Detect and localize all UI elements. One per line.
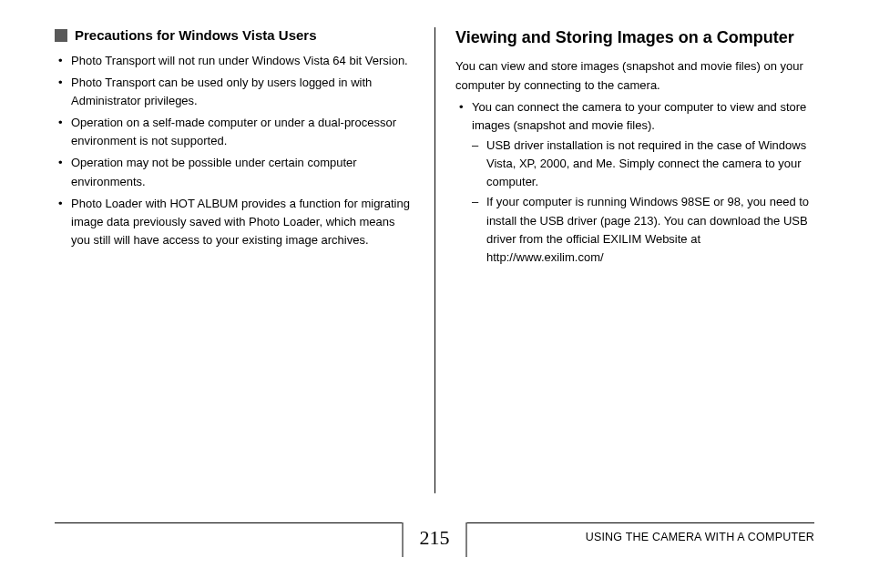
- list-item: Photo Transport can be used only by user…: [55, 74, 414, 110]
- square-bullet-icon: [55, 29, 67, 42]
- list-item: Operation may not be possible under cert…: [55, 154, 414, 190]
- subheading-row: Precautions for Windows Vista Users: [55, 27, 414, 45]
- right-bullet-list: You can connect the camera to your compu…: [455, 98, 814, 267]
- list-item: If your computer is running Windows 98SE…: [472, 193, 814, 267]
- two-column-layout: Precautions for Windows Vista Users Phot…: [0, 0, 869, 493]
- list-item: Photo Loader with HOT ALBUM provides a f…: [55, 195, 414, 249]
- right-column: Viewing and Storing Images on a Computer…: [434, 27, 814, 493]
- list-item: You can connect the camera to your compu…: [455, 98, 814, 267]
- dash-sublist: USB driver installation is not required …: [472, 137, 814, 267]
- footer-row: 215 USING THE CAMERA WITH A COMPUTER: [55, 523, 814, 567]
- page-footer: 215 USING THE CAMERA WITH A COMPUTER: [55, 522, 814, 566]
- footer-section-label: USING THE CAMERA WITH A COMPUTER: [586, 531, 814, 543]
- bullet-text: You can connect the camera to your compu…: [472, 100, 806, 132]
- list-item: Operation on a self-made computer or und…: [55, 114, 414, 150]
- left-column: Precautions for Windows Vista Users Phot…: [55, 27, 434, 493]
- manual-page: Precautions for Windows Vista Users Phot…: [0, 0, 869, 588]
- list-item: Photo Transport will not run under Windo…: [55, 52, 414, 70]
- right-intro-text: You can view and store images (snapshot …: [455, 57, 814, 94]
- left-bullet-list: Photo Transport will not run under Windo…: [55, 52, 414, 249]
- page-number: 215: [403, 522, 467, 557]
- list-item: USB driver installation is not required …: [472, 137, 814, 191]
- right-heading: Viewing and Storing Images on a Computer: [455, 27, 814, 48]
- left-subheading: Precautions for Windows Vista Users: [75, 27, 317, 45]
